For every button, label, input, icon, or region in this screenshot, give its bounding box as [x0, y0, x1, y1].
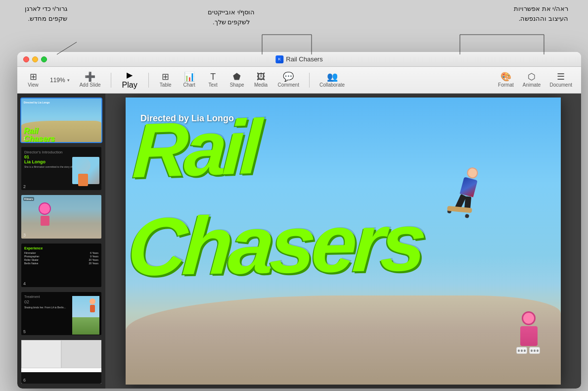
animate-icon: ⬡	[528, 72, 536, 81]
annotation-top-left: גרור/י כדי לארגן שקפים מחדש.	[25, 4, 67, 23]
chart-icon: 📊	[184, 72, 195, 81]
comment-button[interactable]: 💬 Comment	[274, 70, 303, 90]
collaborate-button[interactable]: 👥 Collaborate	[316, 70, 349, 90]
close-button[interactable]	[23, 56, 29, 62]
play-icon: ▶	[127, 70, 133, 80]
canvas-area: Directed by Lia Longo Rail Chasers	[105, 94, 581, 389]
shape-button[interactable]: ⬟ Shape	[226, 70, 248, 90]
slides-panel[interactable]: Directed by Lia Longo RailChasers 1 Dire…	[17, 94, 105, 389]
annotation-top-right: ראה/י את אפשרויות העיצוב וההנפשה.	[514, 4, 568, 23]
view-button[interactable]: ⊞ View	[22, 70, 44, 90]
titlebar: K Rail Chasers	[17, 52, 581, 67]
toolbar-divider-2	[148, 73, 149, 88]
table-icon: ⊞	[162, 72, 169, 81]
keynote-window: K Rail Chasers ⊞ View 119% ▾ ➕ Add Slide…	[17, 52, 581, 389]
text-button[interactable]: T Text	[202, 70, 224, 90]
media-icon: 🖼	[257, 72, 266, 81]
director-credit: Directed by Lia Longo	[140, 113, 234, 124]
slide-canvas[interactable]: Directed by Lia Longo Rail Chasers	[126, 98, 561, 385]
slide-thumbnail-3[interactable]: Filmers 3	[20, 194, 102, 240]
add-slide-button[interactable]: ➕ Add Slide	[76, 70, 105, 90]
document-icon: ☰	[557, 72, 565, 81]
document-button[interactable]: ☰ Document	[545, 70, 576, 90]
shape-icon: ⬟	[233, 72, 241, 81]
toolbar-divider-1	[111, 73, 111, 88]
maximize-button[interactable]	[41, 56, 47, 62]
main-content: Directed by Lia Longo RailChasers 1 Dire…	[17, 94, 581, 389]
text-icon: T	[210, 72, 216, 81]
annotation-top-center: הוסף/י אובייקטים לשקפים שלך.	[208, 7, 255, 27]
slide-thumbnail-6[interactable]: 6	[20, 339, 102, 385]
keynote-app-icon: K	[275, 55, 283, 63]
slide-thumbnail-5[interactable]: Treatment 02 Skating binds her. From LA …	[20, 291, 102, 337]
chart-button[interactable]: 📊 Chart	[179, 70, 200, 90]
toolbar-divider-3	[309, 73, 310, 88]
window-title: K Rail Chasers	[275, 55, 322, 63]
zoom-control[interactable]: 119% ▾	[46, 75, 74, 86]
format-icon: 🎨	[500, 72, 511, 81]
slide-thumbnail-1[interactable]: Directed by Lia Longo RailChasers 1	[20, 98, 102, 143]
animate-button[interactable]: ⬡ Animate	[519, 70, 545, 90]
toolbar: ⊞ View 119% ▾ ➕ Add Slide ▶ Play ⊞ Table…	[17, 67, 581, 94]
slide-thumbnail-2[interactable]: Director's Introduction 01Lia Longo She …	[20, 146, 102, 192]
add-slide-icon: ➕	[85, 72, 95, 81]
slide-thumbnail-4[interactable]: Experience Filmmaker6 Years Photographer…	[20, 243, 102, 288]
collaborate-icon: 👥	[327, 72, 338, 81]
view-icon: ⊞	[30, 72, 37, 81]
table-button[interactable]: ⊞ Table	[155, 70, 177, 90]
play-button[interactable]: ▶ Play	[117, 68, 142, 92]
comment-icon: 💬	[283, 72, 294, 81]
zoom-dropdown-arrow: ▾	[67, 78, 70, 83]
format-button[interactable]: 🎨 Format	[494, 70, 518, 90]
minimize-button[interactable]	[32, 56, 38, 62]
media-button[interactable]: 🖼 Media	[250, 70, 272, 90]
person-sitting	[516, 311, 541, 355]
window-controls[interactable]	[23, 56, 47, 62]
right-toolbar-group: 🎨 Format ⬡ Animate ☰ Document	[494, 70, 576, 90]
